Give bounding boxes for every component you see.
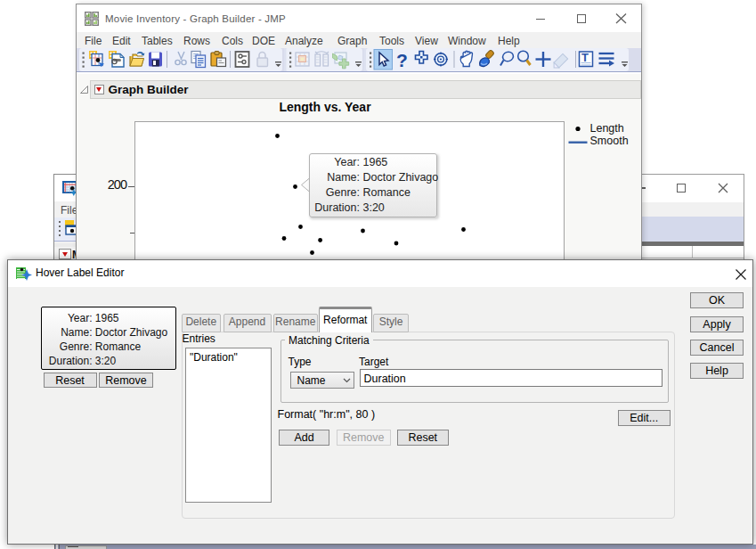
svg-text:?: ? <box>396 49 408 70</box>
svg-text:T: T <box>581 50 589 63</box>
